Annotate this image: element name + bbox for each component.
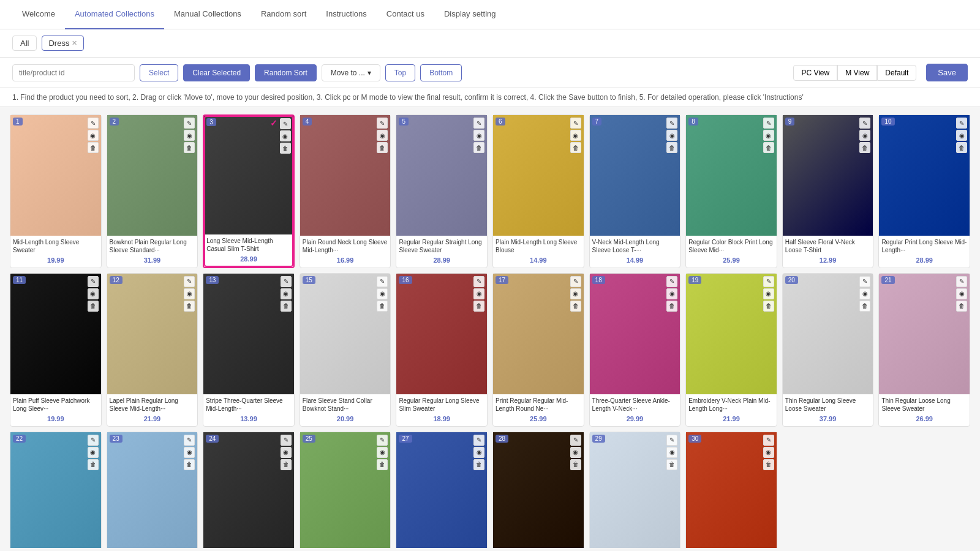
product-card-29[interactable]: Bbtwing Sleeve Loose FbIl Sweater 18.99 …: [589, 432, 681, 548]
edit-icon[interactable]: ✎: [763, 118, 774, 129]
eye-icon[interactable]: ◉: [956, 288, 967, 299]
edit-icon[interactable]: ✎: [473, 118, 484, 129]
eye-icon[interactable]: ◉: [763, 288, 774, 299]
edit-icon[interactable]: ✎: [184, 118, 195, 129]
product-card-23[interactable]: Asymmetric Stripe Lapel Long Long Long··…: [107, 432, 198, 548]
trash-icon[interactable]: 🗑: [570, 142, 581, 153]
edit-icon[interactable]: ✎: [570, 435, 581, 446]
product-card-20[interactable]: Thin Regular Long Sleeve Loose Sweater 3…: [782, 273, 874, 427]
product-card-22[interactable]: Print Regular Regular Mid-Length Long Sl…: [10, 432, 102, 548]
eye-icon[interactable]: ◉: [184, 288, 195, 299]
trash-icon[interactable]: 🗑: [88, 459, 99, 470]
product-card-2[interactable]: Bowknot Plain Regular Long Sleeve Standa…: [107, 114, 198, 268]
eye-icon[interactable]: ◉: [280, 130, 291, 141]
edit-icon[interactable]: ✎: [281, 435, 292, 446]
product-card-13[interactable]: Stripe Three-Quarter Sleeve Mid-Length··…: [203, 273, 295, 427]
search-input[interactable]: [12, 64, 135, 81]
product-card-7[interactable]: V-Neck Mid-Length Long Sleeve Loose T-··…: [589, 114, 681, 268]
default-view-button[interactable]: Default: [877, 65, 916, 81]
product-card-12[interactable]: Lapel Plain Regular Long Sleeve Mid-Leng…: [107, 273, 198, 427]
edit-icon[interactable]: ✎: [377, 276, 388, 287]
trash-icon[interactable]: 🗑: [666, 142, 677, 153]
eye-icon[interactable]: ◉: [859, 288, 870, 299]
trash-icon[interactable]: 🗑: [666, 301, 677, 312]
eye-icon[interactable]: ◉: [88, 447, 99, 458]
select-button[interactable]: Select: [140, 64, 178, 81]
product-card-1[interactable]: Mid-Length Long Sleeve Sweater 19.99 1 ✎…: [10, 114, 102, 268]
trash-icon[interactable]: 🗑: [859, 301, 870, 312]
edit-icon[interactable]: ✎: [666, 435, 677, 446]
nav-instructions[interactable]: Instructions: [316, 0, 376, 29]
eye-icon[interactable]: ◉: [184, 130, 195, 141]
trash-icon[interactable]: 🗑: [377, 459, 388, 470]
eye-icon[interactable]: ◉: [377, 447, 388, 458]
tab-dress[interactable]: Dress ✕: [42, 36, 84, 51]
edit-icon[interactable]: ✎: [956, 118, 967, 129]
product-card-11[interactable]: Plain Puff Sleeve Patchwork Long Sleev··…: [10, 273, 102, 427]
edit-icon[interactable]: ✎: [377, 118, 388, 129]
tab-all[interactable]: All: [12, 36, 37, 51]
clear-selected-button[interactable]: Clear Selected: [183, 64, 250, 81]
nav-display-setting[interactable]: Display setting: [434, 0, 506, 29]
product-card-24[interactable]: Regular Raglan Sleeve Patchwork Round Ne…: [203, 432, 295, 548]
eye-icon[interactable]: ◉: [281, 288, 292, 299]
edit-icon[interactable]: ✎: [184, 276, 195, 287]
move-to-dropdown[interactable]: Move to ... ▾: [322, 64, 380, 81]
eye-icon[interactable]: ◉: [377, 288, 388, 299]
edit-icon[interactable]: ✎: [859, 118, 870, 129]
edit-icon[interactable]: ✎: [570, 276, 581, 287]
trash-icon[interactable]: 🗑: [763, 301, 774, 312]
edit-icon[interactable]: ✎: [956, 276, 967, 287]
product-card-21[interactable]: Thin Regular Loose Long Sleeve Sweater 2…: [878, 273, 970, 427]
eye-icon[interactable]: ◉: [666, 447, 677, 458]
product-card-28[interactable]: Print Regular Regular Loose Mid-Length··…: [492, 432, 584, 548]
product-card-19[interactable]: Embroidery V-Neck Plain Mid-Length Long·…: [685, 273, 777, 427]
product-card-4[interactable]: Plain Round Neck Long Sleeve Mid-Length·…: [300, 114, 391, 268]
trash-icon[interactable]: 🗑: [281, 301, 292, 312]
nav-automated-collections[interactable]: Automated Collections: [65, 0, 164, 29]
trash-icon[interactable]: 🗑: [956, 142, 967, 153]
edit-icon[interactable]: ✎: [859, 276, 870, 287]
edit-icon[interactable]: ✎: [473, 276, 484, 287]
nav-contact-us[interactable]: Contact us: [377, 0, 434, 29]
eye-icon[interactable]: ◉: [473, 288, 484, 299]
eye-icon[interactable]: ◉: [763, 447, 774, 458]
eye-icon[interactable]: ◉: [473, 447, 484, 458]
edit-icon[interactable]: ✎: [763, 276, 774, 287]
nav-manual-collections[interactable]: Manual Collections: [164, 0, 251, 29]
product-card-30[interactable]: Color Block Lapel Print Mid-Length Three…: [685, 432, 777, 548]
product-card-3[interactable]: Long Sleeve Mid-Length Casual Slim T-Shi…: [203, 114, 295, 268]
edit-icon[interactable]: ✎: [88, 276, 99, 287]
eye-icon[interactable]: ◉: [184, 447, 195, 458]
trash-icon[interactable]: 🗑: [763, 459, 774, 470]
eye-icon[interactable]: ◉: [88, 130, 99, 141]
trash-icon[interactable]: 🗑: [570, 459, 581, 470]
trash-icon[interactable]: 🗑: [473, 459, 484, 470]
trash-icon[interactable]: 🗑: [184, 301, 195, 312]
edit-icon[interactable]: ✎: [666, 276, 677, 287]
eye-icon[interactable]: ◉: [666, 288, 677, 299]
product-card-5[interactable]: Regular Regular Straight Long Sleeve Swe…: [396, 114, 488, 268]
product-card-10[interactable]: Regular Print Long Sleeve Mid-Length··· …: [878, 114, 970, 268]
edit-icon[interactable]: ✎: [280, 118, 291, 129]
trash-icon[interactable]: 🗑: [859, 142, 870, 153]
m-view-button[interactable]: M View: [837, 65, 877, 81]
eye-icon[interactable]: ◉: [88, 288, 99, 299]
top-button[interactable]: Top: [385, 64, 415, 81]
product-card-27[interactable]: Plain V-Neck Long Sleeve Mid-Length··· 2…: [396, 432, 488, 548]
tab-dress-close[interactable]: ✕: [72, 39, 77, 47]
nav-random-sort[interactable]: Random sort: [251, 0, 316, 29]
trash-icon[interactable]: 🗑: [570, 301, 581, 312]
product-card-15[interactable]: Flare Sleeve Stand Collar Bowknot Stand·…: [300, 273, 391, 427]
nav-welcome[interactable]: Welcome: [12, 0, 65, 29]
trash-icon[interactable]: 🗑: [281, 459, 292, 470]
eye-icon[interactable]: ◉: [377, 130, 388, 141]
trash-icon[interactable]: 🗑: [377, 301, 388, 312]
save-button[interactable]: Save: [926, 64, 968, 81]
eye-icon[interactable]: ◉: [473, 130, 484, 141]
edit-icon[interactable]: ✎: [666, 118, 677, 129]
product-card-18[interactable]: Three-Quarter Sleeve Ankle-Length V-Neck…: [589, 273, 681, 427]
trash-icon[interactable]: 🗑: [280, 143, 291, 154]
trash-icon[interactable]: 🗑: [88, 142, 99, 153]
edit-icon[interactable]: ✎: [88, 435, 99, 446]
